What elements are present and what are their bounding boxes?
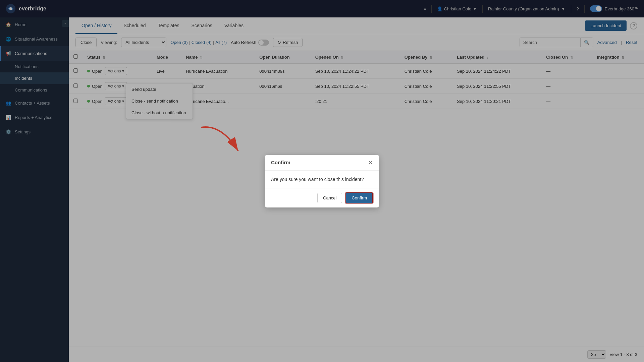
modal-footer: Cancel Confirm: [265, 188, 379, 207]
modal-overlay: Confirm ✕ Are you sure you want to close…: [0, 0, 644, 362]
modal-confirm-button[interactable]: Confirm: [345, 192, 373, 203]
modal-body: Are you sure you want to close this inci…: [265, 171, 379, 188]
modal-header: Confirm ✕: [265, 155, 379, 171]
modal-cancel-button[interactable]: Cancel: [317, 193, 342, 203]
arrow-annotation: [195, 121, 262, 164]
modal-title: Confirm: [271, 160, 290, 165]
confirm-modal: Confirm ✕ Are you sure you want to close…: [265, 155, 379, 207]
modal-close-button[interactable]: ✕: [368, 160, 373, 166]
modal-body-text: Are you sure you want to close this inci…: [271, 177, 364, 182]
